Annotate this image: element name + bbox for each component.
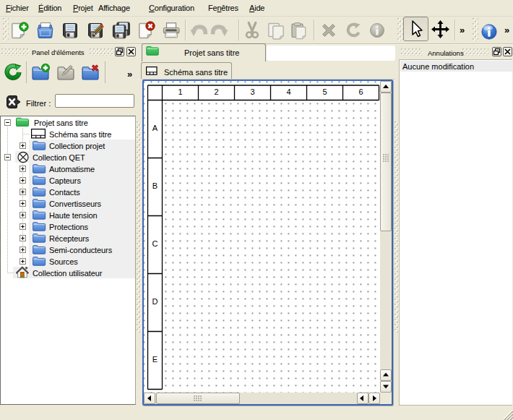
- svg-text:B: B: [152, 181, 158, 190]
- svg-text:E: E: [152, 355, 158, 364]
- svg-text:6: 6: [358, 87, 363, 96]
- svg-text:2: 2: [214, 87, 218, 96]
- svg-text:4: 4: [286, 87, 290, 96]
- svg-text:1: 1: [178, 87, 182, 96]
- svg-text:A: A: [152, 124, 158, 132]
- svg-text:D: D: [152, 297, 158, 306]
- svg-text:5: 5: [322, 87, 327, 96]
- svg-text:C: C: [152, 239, 158, 248]
- svg-text:3: 3: [250, 87, 254, 96]
